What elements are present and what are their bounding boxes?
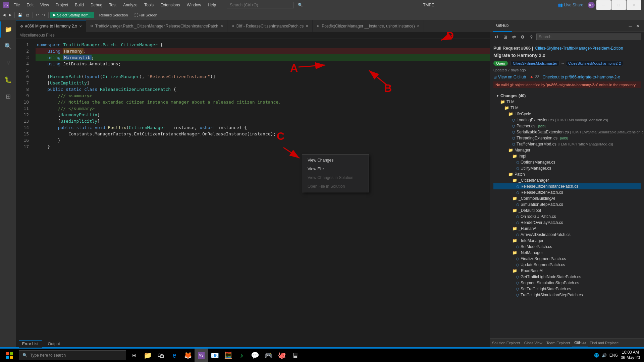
panel-close-button[interactable]: ✕ xyxy=(634,22,641,29)
taskbar-icon-store[interactable]: 🛍 xyxy=(154,349,168,362)
list-item[interactable]: ⬡ ReleaseCitizenInstancePatch.cs xyxy=(493,183,641,189)
tree-node-lifecycle[interactable]: 📁 LifeCycle xyxy=(493,111,641,117)
tab-close-0[interactable]: ✕ xyxy=(79,24,82,28)
tab-class-view[interactable]: Class View xyxy=(522,339,544,347)
minimize-button[interactable]: ─ xyxy=(596,0,611,10)
start-button[interactable] xyxy=(1,349,17,362)
tree-node-defaulttool[interactable]: 📁 _DefaultTool xyxy=(493,207,641,214)
tree-node-humanai[interactable]: 📁 _HumanAI xyxy=(493,226,641,232)
tab-github-bottom[interactable]: GitHub xyxy=(572,339,588,347)
menu-extensions[interactable]: Extensions xyxy=(158,3,183,7)
list-item[interactable]: ⬡ ReleaseCitizenPatch.cs xyxy=(493,189,641,195)
undo-button[interactable]: ↩ xyxy=(35,12,40,18)
list-item[interactable]: ⬡ TrafficLightSimulationStepPatch.cs xyxy=(493,292,641,298)
tab-solution-explorer[interactable]: Solution Explorer xyxy=(490,339,522,347)
list-item[interactable]: ⬡ SerializableDataExtension.cs [TLM/TLM/… xyxy=(493,129,641,135)
checkout-link[interactable]: Checkout to pr/866-migrate-to-harmony-2-… xyxy=(542,75,620,79)
menu-analyze[interactable]: Analyze xyxy=(120,3,140,7)
taskbar-icon-github[interactable]: 🐙 xyxy=(275,349,288,362)
list-item[interactable]: ⬡ SegmentSimulationStepPatch.cs xyxy=(493,280,641,286)
tree-node-roadbaseai[interactable]: 📁 _RoadBaseAI xyxy=(493,268,641,274)
redo-button[interactable]: ↪ xyxy=(41,12,47,18)
tree-node-commonbuilding[interactable]: 📁 _CommonBuildingAI xyxy=(493,195,641,201)
activity-extensions[interactable]: ⊞ xyxy=(0,88,16,105)
taskbar-icon-edge[interactable]: e xyxy=(168,349,181,362)
taskbar-icon-discord[interactable]: 🎮 xyxy=(262,349,275,362)
tree-node-tlm-root[interactable]: 📁 TLM xyxy=(493,99,641,105)
tree-node-citizenmanager[interactable]: 📁 _CitizenManager xyxy=(493,177,641,183)
task-view-button[interactable]: ⊞ xyxy=(127,349,141,362)
list-item[interactable]: ⬡ OnToolGUIPatch.cs xyxy=(493,214,641,220)
list-item[interactable]: ⬡ ThreadingExtension.cs [add] xyxy=(493,135,641,141)
panel-minimize-button[interactable]: ─ xyxy=(627,22,634,29)
tab-close-1[interactable]: ✕ xyxy=(220,24,223,28)
tree-node-impl[interactable]: 📁 Impl xyxy=(493,153,641,159)
run-button[interactable]: ▶ Select Startup Item... xyxy=(50,12,94,18)
close-button[interactable]: ✕ xyxy=(626,0,641,10)
list-item[interactable]: ⬡ SetModePatch.cs xyxy=(493,244,641,250)
tab-error-list[interactable]: Error List xyxy=(19,340,42,348)
list-item[interactable]: ⬡ ArriveAtDestinationPatch.cs xyxy=(493,232,641,238)
forward-button[interactable]: ▶ xyxy=(7,12,13,18)
search-input[interactable] xyxy=(227,2,294,8)
tree-node-manager[interactable]: 📁 Manager xyxy=(493,147,641,153)
taskbar-icon-vs[interactable]: VS xyxy=(195,349,208,362)
tab-trafficmanager[interactable]: ⚙ TrafficManager.Patch._CitizenManager.R… xyxy=(86,20,227,32)
tree-node-netmanager[interactable]: 📁 _NetManager xyxy=(493,250,641,256)
menu-build[interactable]: Build xyxy=(72,3,87,7)
menu-file[interactable]: File xyxy=(11,3,22,7)
help-button[interactable]: ? xyxy=(528,33,535,41)
list-item[interactable]: ⬡ SimulationStepPatch.cs xyxy=(493,201,641,207)
activity-git[interactable]: ⑂ xyxy=(0,55,16,71)
ctx-view-changes[interactable]: View Changes xyxy=(302,156,369,165)
view-on-github-link[interactable]: ⊞ View on GitHub xyxy=(493,75,526,79)
menu-window[interactable]: Window xyxy=(184,3,204,7)
code-editor[interactable]: namespace TrafficManager.Patch._CitizenM… xyxy=(33,39,490,340)
taskbar-icon-extra[interactable]: 🖥 xyxy=(288,349,302,362)
changes-header[interactable]: ▼ Changes (40) xyxy=(493,93,641,99)
open-button[interactable]: ⊞ xyxy=(501,33,509,41)
list-item[interactable]: ⬡ OptionsManager.cs xyxy=(493,159,641,165)
list-item[interactable]: ⬡ Patcher.cs [add] xyxy=(493,123,641,129)
live-share-button[interactable]: 👥 Live Share xyxy=(554,3,587,7)
ctx-view-file[interactable]: View File xyxy=(302,165,369,173)
tab-output[interactable]: Output xyxy=(45,340,63,348)
restore-button[interactable]: □ xyxy=(611,0,626,10)
list-item[interactable]: ⬡ GetTrafficLightNodeStatePatch.cs xyxy=(493,274,641,280)
fullscreen-button[interactable]: ⛶ Full Screen xyxy=(133,12,159,18)
list-item[interactable]: ⬡ SetTrafficLightStatePatch.cs xyxy=(493,286,641,292)
menu-edit[interactable]: Edit xyxy=(24,3,36,7)
settings-button[interactable]: ⚙ xyxy=(519,33,526,41)
list-item[interactable]: ⬡ UpdateSegmentPatch.cs xyxy=(493,262,641,268)
tab-pr-866[interactable]: ⚙ #866 Migrate to Harmony 2.x ✕ xyxy=(16,20,86,32)
panel-tab-github[interactable]: GitHub xyxy=(493,20,512,32)
tab-find-replace[interactable]: Find and Replace xyxy=(588,339,621,347)
taskbar-icon-explorer[interactable]: 📁 xyxy=(141,349,154,362)
tab-postfix[interactable]: ⚙ Postfix(CitizenManager __instance, ush… xyxy=(313,20,424,32)
list-item[interactable]: ⬡ RenderOverlayPatch.cs xyxy=(493,220,641,226)
tree-node-tlm[interactable]: 📁 TLM xyxy=(493,105,641,111)
menu-project[interactable]: Project xyxy=(53,3,71,7)
tab-team-explorer[interactable]: Team Explorer xyxy=(544,339,572,347)
menu-help[interactable]: Help xyxy=(205,3,219,7)
save-button[interactable]: 💾 xyxy=(16,12,24,18)
activity-explorer[interactable]: 📁 xyxy=(0,21,16,38)
tab-close-3[interactable]: ✕ xyxy=(417,24,420,28)
panel-search-input[interactable] xyxy=(536,34,641,40)
list-item[interactable]: ⬡ LoadingExtension.cs [TLM/TLM/LoadingEx… xyxy=(493,117,641,123)
menu-debug[interactable]: Debug xyxy=(88,3,105,7)
tab-close-2[interactable]: ✕ xyxy=(306,24,308,28)
activity-search[interactable]: 🔍 xyxy=(0,38,16,54)
menu-test[interactable]: Test xyxy=(106,3,119,7)
menu-view[interactable]: View xyxy=(38,3,52,7)
taskbar-icon-spotify[interactable]: ♪ xyxy=(235,349,248,362)
tree-node-infomanager[interactable]: 📁 _InfoManager xyxy=(493,238,641,244)
list-item[interactable]: ⬡ UtilityManager.cs xyxy=(493,165,641,171)
list-item[interactable]: ⬡ FinalizeSegmentPatch.cs xyxy=(493,256,641,262)
back-button[interactable]: ◀ xyxy=(1,12,7,18)
taskbar-search[interactable]: 🔍 Type here to search xyxy=(19,350,126,360)
taskbar-icon-teams[interactable]: 💬 xyxy=(248,349,262,362)
tree-node-patch[interactable]: 📁 Patch xyxy=(493,171,641,177)
refresh-button[interactable]: ↺ xyxy=(493,33,500,41)
menu-tools[interactable]: Tools xyxy=(142,3,156,7)
